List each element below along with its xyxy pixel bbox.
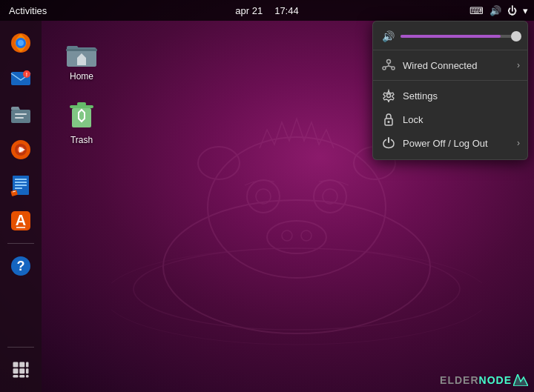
dock-item-help[interactable]: ?	[4, 250, 37, 282]
menu-item-network[interactable]: Wired Connected ›	[373, 53, 527, 77]
topbar: Activities apr 21 17:44 ⌨ 🔊 ⏻ ▾	[0, 0, 534, 21]
svg-point-2	[198, 147, 240, 179]
svg-rect-39	[19, 362, 24, 368]
dock: !	[0, 21, 42, 392]
dock-item-appstore[interactable]: A	[4, 205, 37, 237]
svg-rect-41	[13, 368, 19, 373]
dock-item-firefox[interactable]	[4, 27, 37, 59]
svg-point-11	[134, 248, 460, 330]
svg-rect-46	[26, 375, 29, 378]
svg-point-1	[208, 137, 386, 278]
svg-text:?: ?	[17, 259, 25, 273]
topbar-time: 17:44	[274, 5, 299, 16]
svg-rect-51	[77, 102, 86, 106]
desktop-icon-trash[interactable]: Trash	[52, 92, 111, 150]
network-icon	[382, 59, 395, 72]
desktop-icon-home[interactable]: Home	[52, 28, 111, 86]
svg-rect-19	[11, 110, 30, 123]
svg-point-61	[388, 121, 390, 123]
svg-rect-42	[19, 368, 24, 373]
svg-text:A: A	[16, 212, 26, 228]
power-arrow: ›	[517, 138, 520, 148]
dock-separator-bottom	[7, 347, 34, 348]
svg-point-0	[163, 200, 430, 333]
svg-rect-40	[26, 362, 29, 368]
menu-item-power[interactable]: Power Off / Log Out ›	[373, 131, 527, 155]
eldernode-logo-icon	[513, 374, 528, 386]
svg-point-10	[301, 230, 312, 241]
svg-line-57	[385, 66, 389, 67]
svg-point-9	[282, 230, 292, 241]
volume-row: 🔊	[373, 26, 527, 47]
svg-rect-38	[13, 362, 19, 368]
menu-item-lock[interactable]: Lock	[373, 107, 527, 131]
dock-item-rhythmbox[interactable]	[4, 133, 37, 166]
power-icon[interactable]: ⏻	[507, 5, 517, 16]
system-menu-arrow[interactable]: ▾	[523, 5, 528, 16]
svg-rect-21	[15, 117, 24, 119]
svg-point-59	[387, 94, 391, 98]
show-apps-button[interactable]	[4, 353, 37, 386]
home-folder-icon	[64, 33, 99, 68]
dock-item-writer[interactable]	[4, 169, 37, 202]
menu-divider-1	[373, 50, 527, 50]
volume-slider-thumb	[511, 31, 521, 41]
menu-item-settings[interactable]: Settings	[373, 84, 527, 107]
power-label: Power Off / Log Out	[403, 138, 518, 149]
keyboard-icon[interactable]: ⌨	[469, 5, 484, 16]
svg-line-58	[389, 66, 392, 67]
settings-label: Settings	[403, 90, 518, 102]
elder-text: ELDER	[440, 374, 478, 386]
system-menu: 🔊 Wired Connected ›	[372, 21, 528, 160]
svg-rect-29	[15, 185, 27, 186]
trash-icon	[64, 96, 99, 132]
svg-point-12	[111, 248, 482, 345]
svg-point-7	[323, 189, 337, 204]
svg-point-15	[18, 40, 24, 46]
activities-button[interactable]: Activities	[6, 5, 50, 16]
dock-item-files[interactable]	[4, 98, 37, 130]
eldernode-brand-text: ELDERNODE	[440, 374, 512, 386]
network-arrow: ›	[517, 60, 520, 70]
volume-slider[interactable]	[400, 35, 518, 38]
svg-rect-49	[66, 49, 97, 51]
svg-rect-27	[15, 179, 27, 180]
svg-point-6	[256, 189, 271, 204]
volume-icon[interactable]: 🔊	[490, 5, 501, 16]
svg-rect-28	[15, 182, 27, 183]
svg-rect-43	[26, 368, 29, 373]
power-off-icon	[382, 136, 395, 150]
gear-icon	[382, 89, 395, 102]
svg-rect-52	[72, 108, 91, 127]
home-icon-label: Home	[70, 71, 93, 82]
trash-icon-label: Trash	[70, 135, 93, 145]
lock-icon	[382, 113, 395, 126]
topbar-date: apr 21	[235, 5, 263, 16]
eldernode-brand: ELDERNODE	[440, 374, 528, 386]
lock-label: Lock	[403, 114, 518, 125]
svg-point-5	[314, 180, 346, 213]
volume-slider-fill	[400, 35, 501, 38]
svg-rect-44	[13, 375, 19, 378]
svg-point-4	[247, 180, 280, 213]
dock-separator	[7, 243, 34, 244]
svg-point-53	[387, 60, 391, 64]
desktop: Activities apr 21 17:44 ⌨ 🔊 ⏻ ▾	[0, 0, 534, 392]
svg-point-8	[267, 221, 326, 253]
svg-rect-20	[15, 113, 27, 115]
network-label: Wired Connected	[403, 60, 518, 71]
dock-item-email[interactable]: !	[4, 62, 37, 95]
menu-divider-2	[373, 80, 527, 81]
svg-text:!: !	[26, 72, 27, 77]
volume-speaker-icon: 🔊	[382, 30, 395, 42]
desktop-icons-area: Home Trash	[52, 28, 111, 150]
svg-rect-30	[15, 187, 22, 189]
svg-rect-45	[19, 375, 24, 378]
node-text: NODE	[479, 374, 512, 386]
